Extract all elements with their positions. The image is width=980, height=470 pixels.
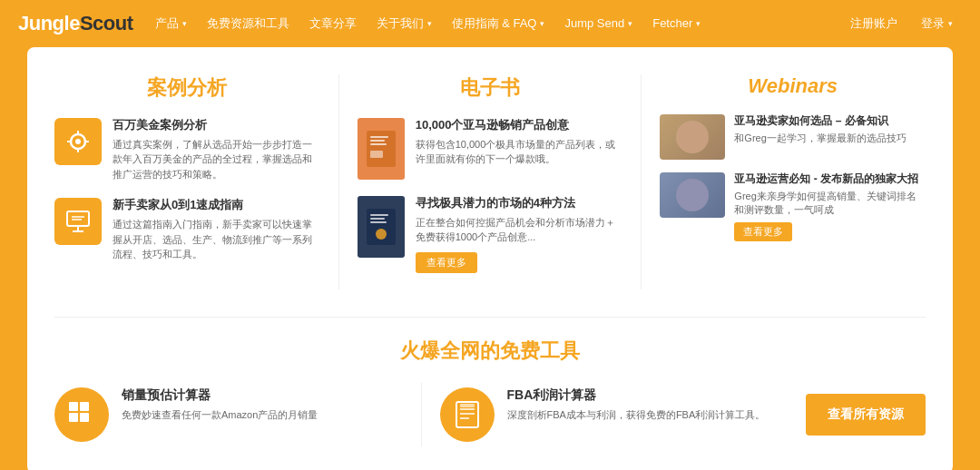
ebook-text-1: 10,000个亚马逊畅销产品创意 获得包含10,000个极具市场量的产品列表，或… (416, 118, 623, 167)
nav-item-jump-send[interactable]: Jump Send ▾ (557, 0, 640, 47)
svg-rect-15 (370, 151, 383, 158)
ebook-icon-1 (365, 129, 397, 169)
case-item-2: 新手卖家从0到1速成指南 通过这篇指南入门指南，新手卖家可以快速掌握从开店、选品… (54, 198, 320, 261)
col3-title: Webinars (660, 74, 926, 98)
divider-2 (641, 74, 642, 289)
svg-rect-22 (80, 402, 89, 411)
svg-rect-29 (460, 404, 475, 407)
svg-rect-18 (370, 218, 385, 220)
tools-divider (421, 383, 422, 446)
nav-item-articles[interactable]: 文章分享 (302, 0, 364, 47)
register-button[interactable]: 注册账户 (841, 0, 906, 47)
nav-item-guide-faq[interactable]: 使用指南 & FAQ ▾ (445, 0, 553, 47)
ebook-more-button[interactable]: 查看更多 (416, 252, 477, 273)
nav-item-products[interactable]: 产品 ▾ (148, 0, 194, 47)
chevron-down-icon: ▾ (427, 0, 432, 47)
free-tools-title: 火爆全网的免费工具 (54, 338, 926, 365)
webinar-text-2: 亚马逊运营必知 - 发布新品的独家大招 Greg来亲身学如何提高销量、关键词排名… (734, 172, 926, 241)
col-ebook: 电子书 10,000个亚马逊畅销产品创意 获得包含10,000个极具市场量的产品… (358, 74, 623, 289)
tools-row: 销量预估计算器 免费妙速查看任何一款Amazon产品的月销量 FBA (54, 383, 926, 446)
monitor-icon (64, 207, 93, 236)
tool-icon-2 (440, 387, 495, 442)
svg-rect-13 (370, 140, 385, 142)
webinar-thumbnail-img-2 (660, 172, 725, 218)
tool-item-1: 销量预估计算器 免费妙速查看任何一款Amazon产品的月销量 (54, 387, 403, 442)
case-item-1: 百万美金案例分析 通过真实案例，了解从选品开始一步步打造一款年入百万美金的产品的… (54, 118, 320, 181)
webinar-thumbnail-img-1 (660, 114, 725, 160)
webinar-item-2: 亚马逊运营必知 - 发布新品的独家大招 Greg来亲身学如何提高销量、关键词排名… (660, 172, 926, 241)
ebook-text-2: 寻找极具潜力的市场的4种方法 正在整合如何控掘产品机会和分析市场潜力＋免费获得1… (416, 196, 623, 273)
svg-point-20 (376, 229, 387, 240)
col1-title: 案例分析 (54, 74, 320, 102)
chevron-down-icon: ▾ (628, 0, 632, 47)
tool-item-2: FBA利润计算器 深度剖析FBA成本与利润，获得免费的FBA利润计算工具。 (440, 387, 789, 442)
case-text-2: 新手卖家从0到1速成指南 通过这篇指南入门指南，新手卖家可以快速掌握从开店、选品… (113, 198, 320, 261)
chevron-down-icon: ▾ (948, 0, 953, 47)
ebook-icon-2 (365, 207, 397, 247)
webinar-thumb-1 (660, 114, 725, 160)
webinar-item-1: 亚马逊卖家如何选品 – 必备知识 和Greg一起学习，掌握最新的选品技巧 (660, 114, 926, 160)
svg-rect-19 (370, 221, 387, 223)
nav-item-about[interactable]: 关于我们 ▾ (369, 0, 439, 47)
chevron-down-icon: ▾ (182, 0, 187, 47)
case-icon-2 (54, 198, 102, 245)
login-button[interactable]: 登录 ▾ (912, 0, 962, 47)
svg-rect-6 (67, 211, 89, 226)
fba-calculator-icon (451, 398, 484, 431)
logo-jungle: Jungle (18, 12, 80, 35)
person-avatar-2 (676, 179, 709, 211)
svg-rect-17 (370, 214, 388, 216)
nav-item-fetcher[interactable]: Fetcher ▾ (645, 0, 708, 47)
svg-rect-23 (69, 413, 78, 422)
free-tools-section: 火爆全网的免费工具 销量预估计算器 免费妙速查看任何一款Amazon产品的月销量 (54, 317, 926, 446)
logo[interactable]: Jungle Scout (18, 12, 133, 35)
col2-title: 电子书 (358, 74, 623, 102)
chevron-down-icon: ▾ (696, 0, 701, 47)
svg-rect-24 (80, 413, 89, 422)
chevron-down-icon: ▾ (540, 0, 544, 47)
main-card: 案例分析 百万美金案例分析 通过真实案例，了解从选品开始一步步打造一款年入百万美… (27, 47, 953, 470)
three-columns: 案例分析 百万美金案例分析 通过真实案例，了解从选品开始一步步打造一款年入百万美… (54, 74, 926, 289)
person-avatar-1 (676, 121, 709, 153)
webinar-more-button[interactable]: 查看更多 (734, 222, 792, 241)
tool-text-1: 销量预估计算器 免费妙速查看任何一款Amazon产品的月销量 (122, 387, 318, 423)
all-resources-button[interactable]: 查看所有资源 (806, 394, 926, 436)
webinar-text-1: 亚马逊卖家如何选品 – 必备知识 和Greg一起学习，掌握最新的选品技巧 (734, 114, 906, 145)
logo-scout: Scout (80, 12, 133, 35)
ebook-cover-1 (358, 118, 405, 180)
col-case-study: 案例分析 百万美金案例分析 通过真实案例，了解从选品开始一步步打造一款年入百万美… (54, 74, 320, 289)
webinar-thumb-2 (660, 172, 725, 218)
case-icon-1 (54, 118, 102, 165)
svg-rect-21 (69, 402, 78, 411)
ebook-item-1: 10,000个亚马逊畅销产品创意 获得包含10,000个极具市场量的产品列表，或… (358, 118, 623, 180)
col-webinars: Webinars 亚马逊卖家如何选品 – 必备知识 和Greg一起学习，掌握最新… (660, 74, 926, 289)
tool-text-2: FBA利润计算器 深度剖析FBA成本与利润，获得免费的FBA利润计算工具。 (507, 387, 766, 423)
ebook-item-2: 寻找极具潜力的市场的4种方法 正在整合如何控掘产品机会和分析市场潜力＋免费获得1… (358, 196, 623, 273)
navbar: Jungle Scout 产品 ▾ 免费资源和工具 文章分享 关于我们 ▾ 使用… (0, 0, 980, 47)
case-text-1: 百万美金案例分析 通过真实案例，了解从选品开始一步步打造一款年入百万美金的产品的… (113, 118, 320, 181)
settings-icon (64, 127, 93, 156)
ebook-cover-2 (358, 196, 405, 258)
tool-icon-1 (54, 387, 109, 442)
divider-1 (338, 74, 339, 289)
svg-rect-14 (370, 143, 387, 145)
svg-rect-12 (370, 136, 388, 138)
svg-point-1 (75, 139, 81, 144)
nav-item-free-resources[interactable]: 免费资源和工具 (200, 0, 297, 47)
calculator-grid-icon (65, 398, 98, 431)
